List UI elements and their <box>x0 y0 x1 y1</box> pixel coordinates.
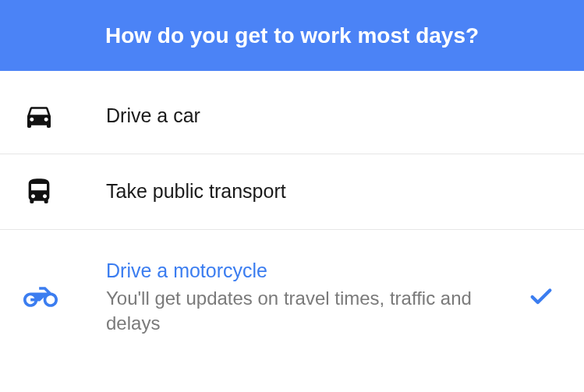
option-drive-car[interactable]: Drive a car <box>0 79 584 154</box>
option-content: Drive a motorcycle You'll get updates on… <box>59 258 522 337</box>
option-public-transport[interactable]: Take public transport <box>0 154 584 230</box>
motorcycle-icon <box>23 280 59 314</box>
car-icon <box>23 101 59 132</box>
options-list: Drive a car Take public transport Drive … <box>0 71 584 358</box>
question-text: How do you get to work most days? <box>105 23 479 48</box>
option-label: Take public transport <box>106 178 522 205</box>
option-subtitle: You'll get updates on travel times, traf… <box>106 286 522 337</box>
option-content: Take public transport <box>59 178 522 205</box>
question-header: How do you get to work most days? <box>0 0 584 71</box>
check-icon <box>522 284 561 310</box>
bus-icon <box>23 176 59 207</box>
option-label: Drive a car <box>106 103 522 129</box>
option-content: Drive a car <box>59 103 522 129</box>
option-motorcycle[interactable]: Drive a motorcycle You'll get updates on… <box>0 230 584 358</box>
option-label: Drive a motorcycle <box>106 258 522 284</box>
